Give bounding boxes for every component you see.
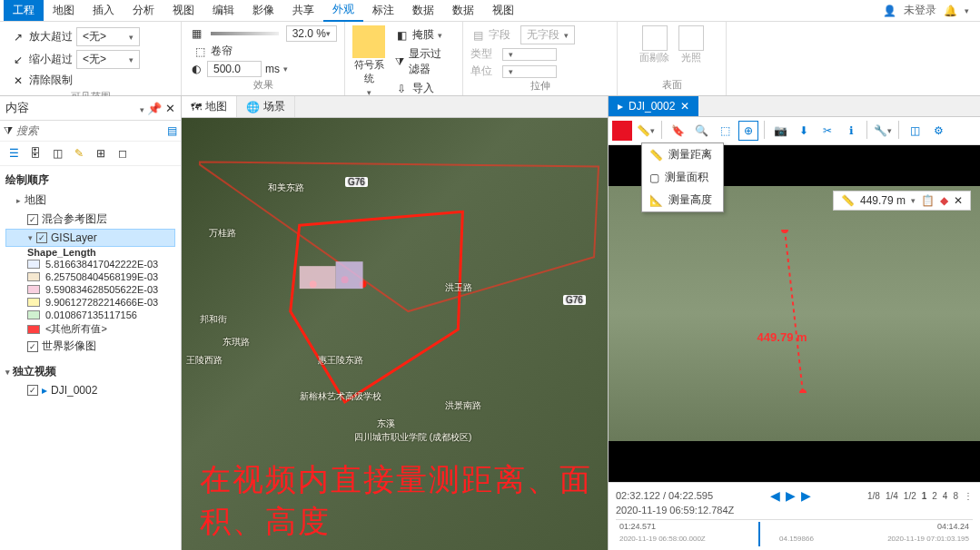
split-button[interactable]: ◫	[905, 121, 925, 141]
zoom-beyond[interactable]: ↗放大超过<无>▾	[7, 25, 173, 48]
search-menu-icon[interactable]: ▤	[167, 124, 177, 137]
tab-imagery[interactable]: 影像	[243, 0, 283, 21]
tab-share[interactable]: 共享	[283, 0, 323, 21]
list-by-labeling-icon[interactable]: ◻	[114, 145, 131, 162]
flicker-icon[interactable]: ◐	[189, 62, 203, 76]
tab-label[interactable]: 标注	[363, 0, 403, 21]
zoom-button[interactable]: 🔍	[691, 121, 711, 141]
clear-limit[interactable]: ✕清除限制	[7, 71, 173, 90]
settings-button[interactable]: ⚙	[928, 121, 948, 141]
tab-data1[interactable]: 数据	[403, 0, 443, 21]
map-tab-map[interactable]: 🗺地图	[182, 96, 237, 117]
list-by-editing-icon[interactable]: ✎	[71, 145, 87, 162]
legend-item-4[interactable]: 0.010867135117156	[5, 309, 175, 321]
close-icon[interactable]: ✕	[680, 100, 689, 113]
frame-button[interactable]: ⬚	[715, 121, 735, 141]
bookmark-button[interactable]: 🔖	[668, 121, 688, 141]
transparency-icon[interactable]: ▦	[189, 26, 203, 41]
copy-icon[interactable]: 📋	[921, 194, 935, 207]
tools-button[interactable]: 🔧▾	[873, 121, 893, 141]
import[interactable]: ⇩导入	[391, 79, 455, 98]
map-icon: 🗺	[191, 101, 202, 113]
export-button[interactable]: ⬇	[794, 121, 814, 141]
step-fwd-button[interactable]: ▶	[801, 488, 811, 503]
content-close-icon[interactable]: ✕	[165, 102, 175, 115]
tab-appearance[interactable]: 外观	[323, 0, 363, 22]
road-label-2: 洪玉路	[445, 281, 472, 294]
measure-button[interactable]: 📏▾	[636, 121, 656, 141]
speed-1[interactable]: 1	[922, 491, 927, 501]
speed-1-2[interactable]: 1/2	[904, 491, 916, 501]
video-timeline[interactable]: 01:24.571 04:14.24 2020-11-19 06:58:00.0…	[616, 519, 973, 546]
tab-view[interactable]: 视图	[163, 0, 203, 21]
timeline-ts-right: 2020-11-19 07:01:03.195	[887, 535, 969, 543]
record-button[interactable]	[612, 121, 632, 141]
speed-menu-icon[interactable]: ⋮	[964, 491, 973, 501]
display-filter[interactable]: ⧩显示过滤器	[391, 44, 455, 79]
video-item[interactable]: ✓▸DJI_0002	[5, 382, 175, 398]
chevron-down-icon[interactable]: ▾	[965, 6, 969, 15]
map-canvas[interactable]: 和美东路 G76 洪玉路 洪景南路 惠王陵东路 邦和街 东琪路 王陵西路 万桂路…	[182, 118, 608, 550]
clip-button[interactable]: ✂	[817, 121, 837, 141]
list-by-drawing-icon[interactable]: ☰	[5, 145, 22, 162]
close-badge-icon[interactable]: ✕	[954, 194, 963, 207]
export-frame-button[interactable]: 📷	[770, 121, 790, 141]
tab-data2[interactable]: 数据	[443, 0, 483, 21]
tab-map[interactable]: 地图	[44, 0, 84, 21]
measure-height[interactable]: 📐测量高度	[642, 189, 723, 211]
tab-insert[interactable]: 插入	[84, 0, 124, 21]
playhead[interactable]	[758, 522, 760, 546]
clear-limit-label: 清除限制	[29, 73, 73, 88]
list-by-selection-icon[interactable]: ◫	[49, 145, 65, 162]
legend-item-1[interactable]: 6.257508404568199E-03	[5, 270, 175, 283]
transparency-slider[interactable]	[211, 32, 279, 35]
swipe[interactable]: ⬚卷帘	[189, 42, 337, 61]
road-label-7: 王陵西路	[186, 354, 223, 367]
legend-item-2[interactable]: 9.590834628505622E-03	[5, 283, 175, 296]
speed-4[interactable]: 4	[943, 491, 948, 501]
list-by-snapping-icon[interactable]: ⊞	[93, 145, 109, 162]
speed-8[interactable]: 8	[953, 491, 958, 501]
speed-1-4[interactable]: 1/4	[886, 491, 898, 501]
metadata-button[interactable]: ℹ	[841, 121, 861, 141]
speed-2[interactable]: 2	[932, 491, 937, 501]
mask[interactable]: ◧掩膜▾	[391, 25, 455, 44]
map-tab-scene[interactable]: 🌐场景	[237, 96, 295, 117]
world-imagery-layer[interactable]: ✓世界影像图	[5, 337, 175, 356]
map-node[interactable]: ▸地图	[5, 191, 175, 210]
flicker-value[interactable]: 500.0	[207, 61, 262, 77]
mixed-ref-layer[interactable]: ✓混合参考图层	[5, 210, 175, 229]
measure-area[interactable]: ▢测量面积	[642, 166, 723, 189]
gis-layer[interactable]: ▾✓GISLayer	[5, 229, 175, 247]
legend-item-5[interactable]: <其他所有值>	[5, 321, 175, 337]
step-back-button[interactable]: ◀	[770, 488, 780, 503]
search-input[interactable]	[16, 124, 163, 137]
video-tab[interactable]: ▸DJI_0002✕	[609, 96, 698, 116]
symbology-icon[interactable]	[352, 25, 385, 58]
zoom-beyond-dropdown[interactable]: <无>▾	[76, 27, 140, 46]
globe-icon: 🌐	[246, 101, 260, 113]
tab-analysis[interactable]: 分析	[124, 0, 163, 21]
tab-project[interactable]: 工程	[4, 0, 44, 21]
content-pin-icon[interactable]: 📌	[147, 102, 162, 115]
road-label-5: 邦和街	[200, 313, 227, 326]
play-button[interactable]: ▶	[786, 488, 796, 503]
list-by-source-icon[interactable]: 🗄	[27, 145, 44, 162]
legend-item-0[interactable]: 5.816638417042222E-03	[5, 258, 175, 270]
shrink-beyond[interactable]: ↙缩小超过<无>▾	[7, 48, 173, 71]
login-status[interactable]: 未登录	[904, 3, 936, 18]
speed-1-8[interactable]: 1/8	[867, 491, 880, 501]
legend-item-3[interactable]: 9.906127282214666E-03	[5, 296, 175, 309]
target-button[interactable]: ⊕	[738, 121, 758, 141]
bell-icon[interactable]: 🔔	[944, 5, 957, 17]
shrink-beyond-dropdown[interactable]: <无>▾	[76, 50, 140, 69]
transparency-value[interactable]: 32.0 %▾	[286, 25, 337, 42]
filter-icon[interactable]: ⧩	[4, 124, 13, 137]
content-menu-icon[interactable]: ▾	[140, 105, 144, 114]
tab-view2[interactable]: 视图	[483, 0, 523, 21]
legend-swatch-2	[27, 285, 40, 294]
caption-overlay: 在视频内直接量测距离、面积、高度	[200, 459, 608, 543]
measure-distance[interactable]: 📏测量距离	[642, 143, 723, 166]
tab-edit[interactable]: 编辑	[203, 0, 243, 21]
clear-icon[interactable]: ◆	[940, 194, 948, 207]
